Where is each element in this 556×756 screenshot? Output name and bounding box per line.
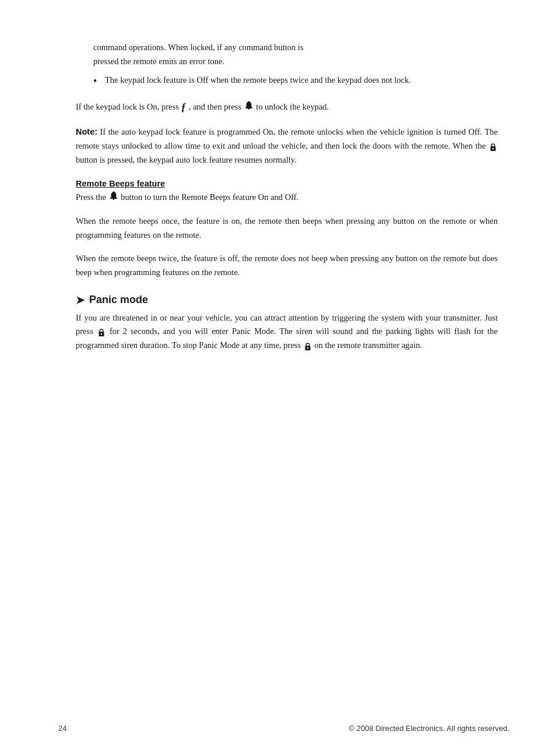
- beeps-once-text: When the remote beeps once, the feature …: [76, 216, 498, 240]
- intro-text2: pressed the remote emits an error tone.: [93, 57, 224, 66]
- unlock-text-3: to unlock the keypad.: [256, 102, 329, 111]
- intro-text: command operations. When locked, if any …: [93, 43, 304, 52]
- intro-block: command operations. When locked, if any …: [93, 41, 498, 69]
- panic-text-3: on the remote transmitter again.: [314, 340, 422, 350]
- remote-beeps-heading-text: Remote Beeps feature: [76, 179, 165, 188]
- f-button-icon: ƒ: [181, 101, 189, 113]
- lock-icon-panic1: [97, 328, 105, 337]
- bell-icon-remote: [109, 191, 118, 205]
- panic-heading-text: Panic mode: [89, 294, 148, 306]
- arrow-icon: ➤: [76, 294, 85, 307]
- rbi-text1: Press the: [76, 192, 106, 202]
- panic-text-2: for 2 seconds, and you will enter Panic …: [76, 326, 498, 350]
- note-label: Note:: [76, 127, 97, 136]
- note-text2: button is pressed, the keypad auto lock …: [76, 155, 297, 164]
- svg-point-3: [101, 333, 103, 335]
- bullet-item-1: • The keypad lock feature is Off when th…: [93, 73, 498, 90]
- svg-point-1: [492, 148, 494, 150]
- page-content: command operations. When locked, if any …: [58, 35, 509, 353]
- svg-point-5: [307, 347, 308, 349]
- page: command operations. When locked, if any …: [0, 0, 556, 756]
- beeps-twice-text: When the remote beeps twice, the feature…: [76, 254, 498, 277]
- unlock-text-2: , and then press: [189, 102, 241, 111]
- rbi-text2: button to turn the Remote Beeps feature …: [121, 192, 298, 202]
- bell-icon-unlock: [244, 101, 254, 115]
- remote-beeps-intro: Press the button to turn the Remote Beep…: [76, 191, 498, 205]
- page-number: 24: [58, 724, 66, 733]
- remote-beeps-heading: Remote Beeps feature: [76, 179, 498, 188]
- bullet-dot: •: [93, 73, 105, 90]
- lock-icon-panic2: [304, 342, 312, 351]
- panic-mode-heading: ➤ Panic mode: [76, 294, 498, 307]
- page-footer: 24 © 2008 Directed Electronics. All righ…: [58, 724, 509, 733]
- beeps-once-para: When the remote beeps once, the feature …: [76, 215, 498, 242]
- note-para: Note: If the auto keypad lock feature is…: [76, 125, 498, 167]
- bullet-text-1: The keypad lock feature is Off when the …: [105, 73, 498, 90]
- lock-icon-note: [489, 142, 497, 152]
- copyright-text: © 2008 Directed Electronics. All rights …: [349, 724, 509, 733]
- unlock-text-1: If the keypad lock is On, press: [76, 102, 179, 111]
- note-text: If the auto keypad lock feature is progr…: [76, 127, 498, 150]
- panic-para: If you are threatened in or near your ve…: [76, 311, 498, 353]
- beeps-twice-para: When the remote beeps twice, the feature…: [76, 252, 498, 280]
- unlock-para: If the keypad lock is On, press ƒ , and …: [76, 99, 498, 117]
